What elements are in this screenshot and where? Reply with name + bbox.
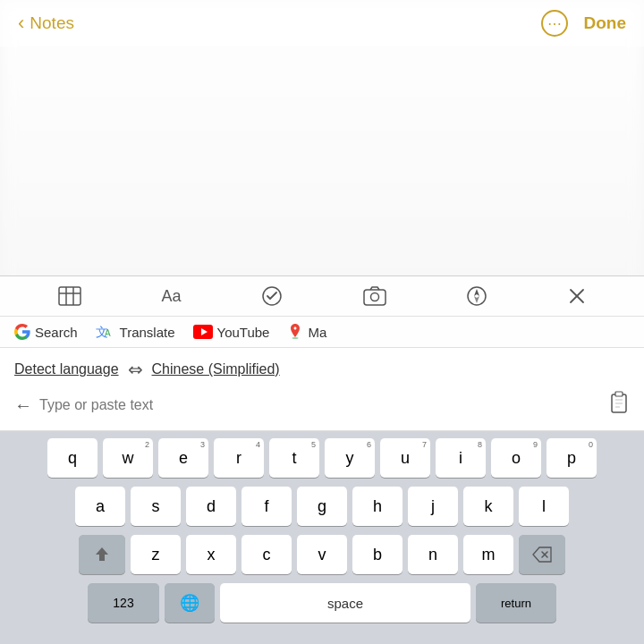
svg-marker-8 <box>474 289 479 296</box>
toolbar: Aa <box>0 275 644 431</box>
arrow-left-icon: ← <box>14 395 32 416</box>
key-l[interactable]: l <box>519 487 569 526</box>
svg-rect-0 <box>59 287 80 305</box>
swap-languages-icon[interactable]: ⇔ <box>128 359 143 380</box>
back-label: Notes <box>30 13 74 33</box>
keyboard-row-1: q w2 e3 r4 t5 y6 u7 i8 o9 p0 <box>4 438 640 478</box>
key-t[interactable]: t5 <box>269 438 319 478</box>
note-content-area[interactable] <box>0 47 644 275</box>
key-m[interactable]: m <box>463 535 513 574</box>
svg-rect-5 <box>364 290 386 305</box>
keyboard-row-2: a s d f g h j k l <box>4 487 640 526</box>
svg-point-16 <box>292 337 299 339</box>
translate-label: Translate <box>120 325 175 340</box>
key-k[interactable]: k <box>463 487 513 526</box>
key-x[interactable]: x <box>186 535 236 574</box>
table-icon[interactable] <box>58 286 81 306</box>
youtube-icon <box>193 325 213 339</box>
search-label: Search <box>35 325 78 340</box>
key-d[interactable]: d <box>186 487 236 526</box>
direction-icon[interactable] <box>466 285 487 307</box>
bottom-safe-area <box>0 635 644 644</box>
space-key[interactable]: space <box>220 583 470 623</box>
key-b[interactable]: b <box>352 535 402 574</box>
more-options-button[interactable]: ⋯ <box>541 10 568 37</box>
done-button[interactable]: Done <box>584 13 627 33</box>
shift-key[interactable] <box>79 535 125 574</box>
delete-key[interactable] <box>519 535 565 574</box>
key-i[interactable]: i8 <box>436 438 486 478</box>
youtube-label: YouTube <box>217 325 270 340</box>
back-button[interactable]: ‹ Notes <box>18 12 74 35</box>
key-r[interactable]: r4 <box>214 438 264 478</box>
key-v[interactable]: v <box>297 535 347 574</box>
maps-icon <box>287 324 303 340</box>
close-toolbar-icon[interactable] <box>568 287 586 305</box>
key-w[interactable]: w2 <box>103 438 153 478</box>
key-u[interactable]: u7 <box>380 438 430 478</box>
svg-text:A: A <box>105 328 111 338</box>
ellipsis-icon: ⋯ <box>547 15 562 32</box>
translate-back-button[interactable]: ← <box>14 395 32 416</box>
return-key[interactable]: return <box>476 583 556 623</box>
keyboard-row-3: z x c v b n m <box>4 535 640 574</box>
svg-point-6 <box>370 293 378 301</box>
source-language[interactable]: Detect language <box>14 361 119 377</box>
quick-actions-bar: Search 文 A Translate YouTube <box>0 317 644 348</box>
numbers-key[interactable]: 123 <box>88 583 159 623</box>
keyboard-row-4: 123 🌐 space return <box>4 583 640 623</box>
key-g[interactable]: g <box>297 487 347 526</box>
google-icon <box>14 324 30 340</box>
chevron-left-icon: ‹ <box>18 12 24 35</box>
camera-icon[interactable] <box>363 286 386 306</box>
key-y[interactable]: y6 <box>325 438 375 478</box>
translate-text-input[interactable] <box>39 397 601 413</box>
svg-marker-9 <box>474 296 479 303</box>
google-search-action[interactable]: Search <box>14 324 78 340</box>
target-language[interactable]: Chinese (Simplified) <box>152 361 280 377</box>
key-c[interactable]: c <box>242 535 292 574</box>
format-text-icon[interactable]: Aa <box>161 287 181 306</box>
clipboard-button[interactable] <box>608 391 630 419</box>
key-z[interactable]: z <box>131 535 181 574</box>
key-j[interactable]: j <box>408 487 458 526</box>
checklist-icon[interactable] <box>261 285 283 307</box>
key-f[interactable]: f <box>242 487 292 526</box>
key-p[interactable]: p0 <box>547 438 597 478</box>
keyboard: q w2 e3 r4 t5 y6 u7 i8 o9 p0 a s d f g h… <box>0 431 644 635</box>
youtube-action[interactable]: YouTube <box>193 325 270 340</box>
key-n[interactable]: n <box>408 535 458 574</box>
maps-label: Ma <box>308 325 326 340</box>
key-o[interactable]: o9 <box>491 438 541 478</box>
translate-panel: Detect language ⇔ Chinese (Simplified) ← <box>0 348 644 431</box>
translate-icon: 文 A <box>96 324 115 340</box>
key-h[interactable]: h <box>352 487 402 526</box>
svg-rect-18 <box>615 392 623 396</box>
clipboard-icon <box>608 391 630 414</box>
key-s[interactable]: s <box>131 487 181 526</box>
maps-action[interactable]: Ma <box>287 324 326 340</box>
emoji-key[interactable]: 🌐 <box>165 583 215 623</box>
key-e[interactable]: e3 <box>158 438 208 478</box>
translate-action[interactable]: 文 A Translate <box>96 324 175 340</box>
key-a[interactable]: a <box>75 487 125 526</box>
key-q[interactable]: q <box>47 438 97 478</box>
